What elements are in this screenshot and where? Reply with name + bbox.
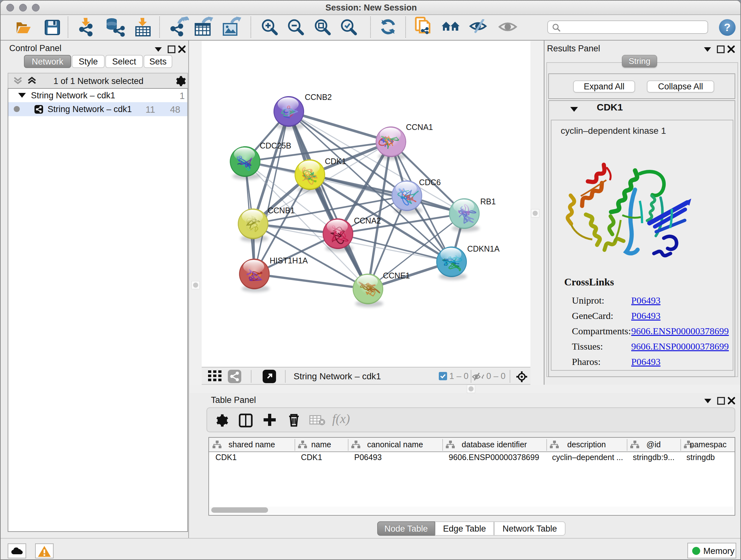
svg-text:CDC25B: CDC25B [260,141,291,150]
svg-text:CDC6: CDC6 [419,178,441,187]
svg-text:CCNA1: CCNA1 [406,123,433,132]
svg-text:CCNB1: CCNB1 [268,206,295,215]
svg-text:RB1: RB1 [480,197,496,206]
svg-text:?: ? [724,21,731,33]
svg-text:CCNB2: CCNB2 [305,92,332,102]
svg-text:CCNA2: CCNA2 [354,216,381,225]
svg-text:CDKN1A: CDKN1A [467,244,500,253]
svg-text:HIST1H1A: HIST1H1A [270,256,308,265]
svg-text:CCNE1: CCNE1 [383,271,410,280]
svg-text:CDK1: CDK1 [325,157,346,166]
